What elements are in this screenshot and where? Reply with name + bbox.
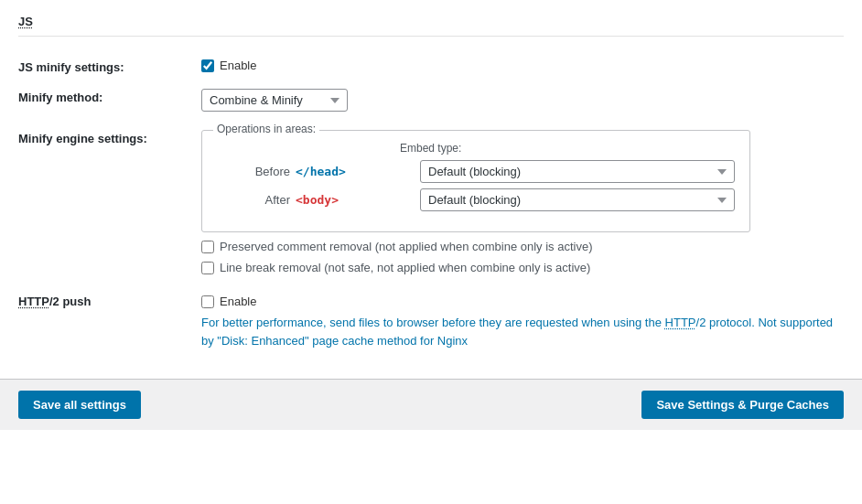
line-break-row: Line break removal (not safe, not applie… — [201, 261, 844, 274]
http2-enable-checkbox[interactable] — [201, 295, 214, 308]
http2-desc-link: HTTP — [665, 316, 696, 329]
minify-method-row: Minify method: Combine only Minify only … — [18, 81, 844, 119]
preserved-comment-checkbox[interactable] — [201, 241, 214, 253]
http2-enable-label: Enable — [220, 295, 256, 308]
minify-engine-value: Operations in areas: Embed type: Before … — [201, 119, 844, 282]
http2-underline: HTTP — [18, 295, 49, 308]
footer-bar: Save all settings Save Settings & Purge … — [0, 379, 862, 430]
settings-table: JS minify settings: Enable Minify method… — [18, 51, 844, 357]
line-break-checkbox[interactable] — [201, 262, 214, 274]
minify-method-select[interactable]: Combine only Minify only Combine & Minif… — [201, 89, 348, 112]
operations-box: Operations in areas: Embed type: Before … — [201, 130, 750, 232]
line-break-label: Line break removal (not safe, not applie… — [220, 261, 590, 274]
http2-push-row: HTTP/2 push Enable For better performanc… — [18, 282, 844, 357]
ops-after-row: After <body> Default (blocking) Async De… — [217, 188, 735, 211]
http2-label-text: HTTP/2 push — [18, 295, 91, 308]
after-embed-select[interactable]: Default (blocking) Async Defer Non-block… — [420, 188, 735, 211]
save-purge-button[interactable]: Save Settings & Purge Caches — [641, 391, 844, 419]
js-enable-checkbox-row: Enable — [201, 59, 844, 72]
http2-push-label: HTTP/2 push — [18, 282, 201, 357]
http2-description: For better performance, send files to br… — [201, 314, 842, 349]
minify-engine-row: Minify engine settings: Operations in ar… — [18, 119, 844, 282]
head-tag: </head> — [296, 165, 415, 178]
embed-type-header-row: Embed type: — [217, 142, 735, 155]
js-minify-row: JS minify settings: Enable — [18, 51, 844, 81]
js-minify-label: JS minify settings: — [18, 51, 201, 81]
after-label: After — [217, 193, 290, 207]
preserved-comment-label: Preserved comment removal (not applied w… — [220, 240, 593, 253]
minify-engine-label: Minify engine settings: — [18, 119, 201, 282]
http2-push-value: Enable For better performance, send file… — [201, 282, 844, 357]
js-enable-checkbox[interactable] — [201, 59, 214, 72]
js-minify-value: Enable — [201, 51, 844, 81]
js-enable-label: Enable — [220, 59, 256, 72]
preserved-comment-row: Preserved comment removal (not applied w… — [201, 240, 844, 253]
minify-method-value: Combine only Minify only Combine & Minif… — [201, 81, 844, 119]
operations-legend: Operations in areas: — [213, 123, 319, 135]
embed-type-header: Embed type: — [400, 142, 735, 155]
minify-method-label: Minify method: — [18, 81, 201, 119]
before-label: Before — [217, 165, 290, 178]
ops-before-row: Before </head> Default (blocking) Async … — [217, 160, 735, 183]
body-tag: <body> — [296, 193, 415, 207]
section-title: JS — [18, 15, 844, 37]
save-all-button[interactable]: Save all settings — [18, 391, 141, 419]
before-embed-select[interactable]: Default (blocking) Async Defer Non-block… — [420, 160, 735, 183]
http2-enable-row: Enable — [201, 295, 844, 308]
